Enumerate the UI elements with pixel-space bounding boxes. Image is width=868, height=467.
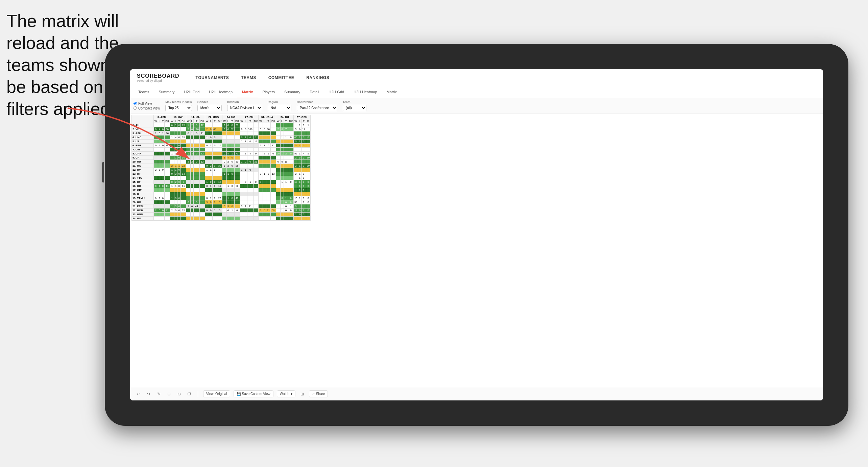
matrix-cell [276, 144, 280, 148]
share-button[interactable]: ↗ Share [309, 390, 328, 397]
zoom-out-icon[interactable]: ⊖ [176, 391, 183, 397]
matrix-cell [186, 184, 191, 188]
undo-icon[interactable]: ↩ [135, 391, 142, 397]
sub-nav-h2h-grid1[interactable]: H2H Grid [179, 86, 204, 98]
sub-nav-h2h-heatmap2[interactable]: H2H Heatmap [349, 86, 382, 98]
matrix-cell: 2 [205, 127, 209, 131]
sub-nav-matrix2[interactable]: Matrix [382, 86, 402, 98]
matrix-cell [181, 192, 186, 196]
matrix-cell [253, 164, 259, 168]
matrix-cell [263, 176, 266, 180]
sub-nav-teams[interactable]: Teams [134, 86, 154, 98]
matrix-cell: 0 [226, 123, 230, 127]
row-label: 16. UO [132, 184, 154, 188]
matrix-cell [266, 200, 270, 204]
matrix-cell [190, 184, 194, 188]
watch-button[interactable]: Watch ▾ [277, 390, 295, 397]
nav-committee[interactable]: COMMITTEE [262, 69, 300, 86]
matrix-cell [240, 208, 244, 213]
division-select[interactable]: NCAA Division I NCAA Division II [227, 105, 262, 111]
sub-nav-detail[interactable]: Detail [305, 86, 324, 98]
sub-nav-matrix1[interactable]: Matrix [237, 86, 258, 98]
row-label: 13. UT [132, 172, 154, 176]
matrix-cell: 25 [181, 208, 186, 213]
matrix-cell [263, 188, 266, 192]
nav-rankings[interactable]: RANKINGS [300, 69, 335, 86]
max-teams-select[interactable]: Top 25 Top 50 All [165, 105, 192, 111]
logo-area: SCOREBOARD Powered by clippd [137, 73, 179, 82]
matrix-cell: 0 [281, 160, 284, 164]
matrix-cell: 0 [161, 144, 165, 148]
matrix-cell: 0 [247, 136, 254, 140]
matrix-cell [271, 156, 276, 160]
nav-teams[interactable]: TEAMS [235, 69, 262, 86]
matrix-cell: 0 [158, 208, 161, 213]
matrix-cell [200, 184, 205, 188]
matrix-cell [222, 200, 227, 204]
matrix-cell [194, 172, 200, 176]
matrix-cell: 0 [271, 152, 276, 156]
matrix-cell: 2 [276, 127, 280, 131]
full-view-radio[interactable]: Full View [134, 102, 160, 105]
matrix-cell: 0 [222, 127, 227, 131]
matrix-cell [271, 192, 276, 196]
sub-nav-summary1[interactable]: Summary [154, 86, 179, 98]
region-select[interactable]: N/A East West [268, 105, 291, 111]
matrix-cell: 1 [170, 184, 174, 188]
matrix-cell [154, 160, 158, 164]
matrix-cell [247, 148, 254, 152]
gender-select[interactable]: Men's Women's [197, 105, 222, 111]
matrix-cell: 1 [209, 196, 213, 200]
matrix-cell: 0 [298, 208, 302, 213]
matrix-cell [259, 136, 263, 140]
matrix-cell: 0 [276, 160, 280, 164]
matrix-cell: 1 [298, 196, 302, 200]
conference-filter: Conference Pac-12 Conference (All) ACC S… [297, 100, 337, 111]
matrix-cell: 0 [284, 208, 288, 213]
matrix-cell [209, 156, 213, 160]
matrix-cell [293, 131, 298, 136]
matrix-cell [244, 131, 247, 136]
matrix-cell [230, 188, 234, 192]
sub-nav-summary2[interactable]: Summary [280, 86, 305, 98]
matrix-cell: 11 [253, 140, 259, 144]
matrix-cell [181, 176, 186, 180]
team-select[interactable]: (All) [343, 105, 366, 111]
matrix-cell [244, 184, 247, 188]
sh-su-t: T [247, 119, 254, 123]
matrix-cell [247, 213, 254, 217]
redo-icon[interactable]: ↪ [145, 391, 152, 397]
full-view-input[interactable] [134, 102, 137, 105]
sh-asu-d: Dif [165, 119, 170, 123]
zoom-in-icon[interactable]: ⊕ [166, 391, 172, 397]
matrix-cell [226, 131, 230, 136]
sub-nav-h2h-grid2[interactable]: H2H Grid [324, 86, 349, 98]
grid-icon[interactable]: ⊞ [299, 391, 306, 397]
matrix-cell [213, 192, 217, 196]
matrix-cell [276, 164, 280, 168]
nav-tournaments[interactable]: TOURNAMENTS [190, 69, 235, 86]
matrix-cell: 3 [174, 204, 177, 208]
matrix-cell [263, 140, 266, 144]
matrix-cell [244, 123, 247, 127]
matrix-cell [154, 180, 158, 184]
save-custom-button[interactable]: 💾 Save Custom View [234, 390, 273, 397]
compact-view-input[interactable] [134, 106, 137, 110]
matrix-cell [276, 192, 280, 196]
matrix-cell [177, 148, 181, 152]
compact-view-radio[interactable]: Compact View [134, 106, 160, 110]
view-original-button[interactable]: View: Original [203, 390, 230, 397]
matrix-cell [205, 140, 209, 144]
sub-nav-players[interactable]: Players [258, 86, 280, 98]
matrix-cell [194, 184, 200, 188]
matrix-cell [200, 192, 205, 196]
matrix-area[interactable]: 3. ASU 10. UW 11. UA 22. UCB 24. UO 27. … [130, 114, 823, 387]
refresh-icon[interactable]: ↻ [155, 391, 162, 397]
sub-nav-h2h-heatmap1[interactable]: H2H Heatmap [204, 86, 237, 98]
matrix-cell [259, 164, 263, 168]
matrix-cell: 0 [177, 204, 181, 208]
conference-select[interactable]: Pac-12 Conference (All) ACC SEC [297, 105, 337, 111]
matrix-cell [281, 168, 284, 172]
matrix-cell: 0 [205, 144, 209, 148]
timer-icon[interactable]: ⏱ [186, 391, 193, 397]
